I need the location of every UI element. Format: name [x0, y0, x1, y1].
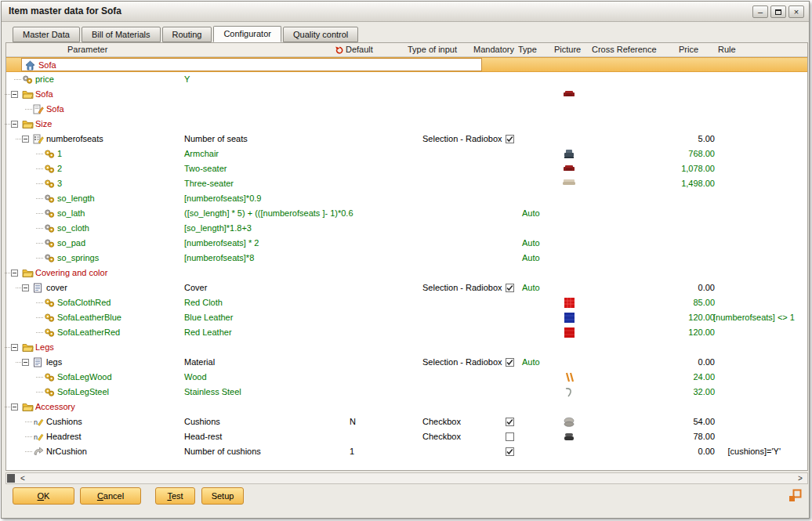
tree-collapse-expander[interactable]: [11, 121, 18, 128]
table-row[interactable]: so_pad[numberofseats] * 2Auto: [6, 236, 807, 251]
table-row[interactable]: so_lath([so_length] * 5) + (([numberofse…: [6, 206, 807, 221]
table-row[interactable]: Sofa: [6, 87, 807, 102]
tree-collapse-expander[interactable]: [22, 359, 29, 366]
table-row[interactable]: priceY: [6, 72, 807, 87]
table-row[interactable]: 1Armchair768.00: [6, 147, 807, 161]
test-button[interactable]: Test: [155, 487, 195, 505]
price-cell: [646, 72, 715, 87]
gears-gold-icon: [44, 387, 55, 397]
table-row[interactable]: NrCushionNumber of cushions10.00[cushion…: [6, 444, 807, 459]
tree-collapse-expander[interactable]: [22, 284, 29, 291]
rule-cell: [713, 340, 781, 355]
window-controls: – ×: [752, 5, 804, 18]
n-edit-icon: n: [33, 432, 44, 442]
type-cell: Auto: [522, 355, 540, 370]
price-cell: 24.00: [646, 370, 715, 385]
table-row[interactable]: SofaLegSteelStainless Steel32.00: [6, 385, 807, 400]
mandatory-checkbox[interactable]: [501, 132, 518, 147]
picture-sofa-red: [552, 161, 586, 176]
tab-master-data[interactable]: Master Data: [13, 27, 80, 42]
table-row[interactable]: coverCoverSelection - RadioboxAuto0.00: [6, 280, 807, 295]
rule-cell: [713, 176, 781, 191]
table-header-row: Parameter Default Type of input Mandator…: [6, 43, 807, 57]
description-cell: [so_length]*1.8+3: [184, 221, 252, 236]
table-row[interactable]: numberofseatsNumber of seatsSelection - …: [6, 132, 807, 147]
rule-cell: [713, 132, 781, 147]
tree-collapse-expander[interactable]: [11, 270, 18, 277]
tree-collapse-expander[interactable]: [11, 91, 18, 98]
folder-icon: [22, 89, 34, 99]
table-row[interactable]: Sofa: [6, 57, 807, 72]
table-row[interactable]: so_cloth[so_length]*1.8+3: [6, 221, 807, 236]
scroll-thumb[interactable]: [7, 474, 15, 483]
price-cell: [646, 87, 715, 102]
tree-collapse-expander[interactable]: [22, 136, 29, 143]
table-row[interactable]: nCushionsCushionsNCheckbox54.00: [6, 414, 807, 429]
table-row[interactable]: Accessory: [6, 400, 807, 414]
price-cell: [646, 191, 715, 206]
price-cell: 78.00: [646, 429, 715, 444]
description-cell: Cushions: [184, 414, 220, 429]
table-row[interactable]: SofaLegWoodWood24.00: [6, 370, 807, 385]
table-row[interactable]: nHeadrestHead-restCheckbox78.00: [6, 429, 807, 444]
scroll-left-button[interactable]: <: [16, 473, 29, 483]
mandatory-checkbox[interactable]: [501, 429, 518, 444]
mandatory-checkbox: [501, 251, 518, 266]
setup-button[interactable]: Setup: [201, 487, 244, 505]
tab-configurator[interactable]: Configurator: [213, 26, 281, 42]
ok-button[interactable]: OK: [13, 487, 74, 505]
mandatory-checkbox: [501, 400, 518, 414]
form-resize-icon[interactable]: [788, 489, 803, 503]
folder-icon: [22, 119, 34, 128]
mandatory-checkbox: [501, 72, 518, 87]
tree-collapse-expander[interactable]: [11, 403, 18, 411]
parameter-name: SofaLegWood: [57, 370, 112, 385]
mandatory-checkbox[interactable]: [501, 444, 518, 459]
rule-cell: [713, 147, 781, 161]
gears-gold-icon: [44, 164, 55, 174]
table-row[interactable]: Size: [6, 117, 807, 132]
rule-cell: [713, 236, 781, 251]
rule-cell: [713, 87, 781, 102]
cancel-button[interactable]: Cancel: [80, 487, 141, 505]
picture-cell: [552, 206, 586, 221]
table-row[interactable]: Sofa: [6, 102, 807, 117]
tree-collapse-expander[interactable]: [11, 344, 18, 351]
page-lines-icon: [33, 357, 43, 367]
scroll-right-button[interactable]: >: [794, 473, 807, 483]
table-row[interactable]: so_springs[numberofseats]*8Auto: [6, 251, 807, 266]
table-row[interactable]: Covering and color: [6, 266, 807, 280]
table-row[interactable]: so_length[numberofseats]*0.9: [6, 191, 807, 206]
table-row[interactable]: SofaClothRedRed Cloth85.00: [6, 295, 807, 310]
price-cell: 32.00: [646, 385, 715, 400]
tab-bill-of-materials[interactable]: Bill of Materials: [82, 27, 161, 42]
selected-parameter-cell[interactable]: Sofa: [21, 58, 482, 71]
maximize-button[interactable]: [770, 5, 786, 18]
gears-icon: [44, 208, 55, 219]
tab-routing[interactable]: Routing: [162, 27, 212, 42]
table-row[interactable]: legsMaterialSelection - RadioboxAuto0.00: [6, 355, 807, 370]
table-row[interactable]: Legs: [6, 340, 807, 355]
column-header-cross-reference: Cross Reference: [592, 45, 657, 54]
table-row[interactable]: SofaLeatherBlueBlue Leather120.00[number…: [6, 310, 807, 325]
rule-cell: [713, 72, 781, 87]
horizontal-scrollbar[interactable]: < >: [5, 472, 808, 484]
mandatory-checkbox[interactable]: [501, 280, 518, 295]
price-cell: [646, 102, 715, 117]
table-row[interactable]: 2Two-seater1,078.00: [6, 161, 807, 176]
parameter-name: 2: [57, 161, 62, 176]
minimize-button[interactable]: –: [752, 5, 768, 18]
mandatory-checkbox: [501, 206, 518, 221]
gears-gold-icon: [44, 313, 55, 323]
table-row[interactable]: 3Three-seater1,498.00: [6, 176, 807, 191]
close-button[interactable]: ×: [788, 5, 804, 18]
picture-wood-legs: [552, 370, 586, 385]
tab-quality-control[interactable]: Quality control: [283, 27, 358, 42]
picture-cell: [552, 280, 586, 295]
mandatory-checkbox[interactable]: [501, 355, 518, 370]
table-row[interactable]: SofaLeatherRedRed Leather120.00: [6, 325, 807, 340]
picture-cell: [552, 340, 586, 355]
column-header-mandatory: Mandatory: [473, 45, 514, 54]
mandatory-checkbox[interactable]: [501, 414, 518, 429]
parameter-name: Sofa: [38, 59, 56, 71]
